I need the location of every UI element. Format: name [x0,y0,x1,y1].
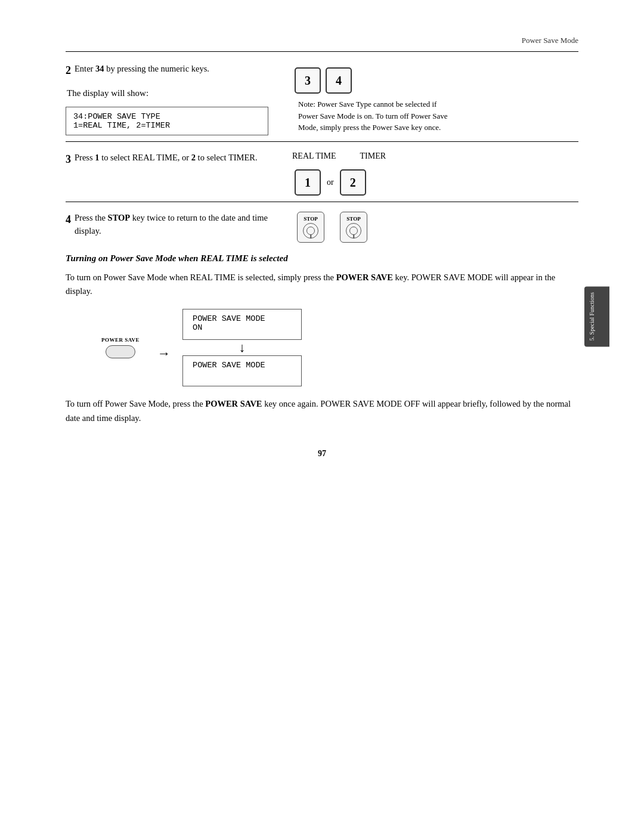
step4-instruction: Press the STOP key twice to return to th… [75,213,268,236]
power-save-key [106,345,135,358]
stop-icon-inner-2 [349,227,358,235]
step3-section: 3 Press 1 to select REAL TIME, or 2 to s… [66,151,578,196]
key-3-button: 3 [295,67,321,94]
turning-off-body: To turn off Power Save Mode, press the P… [66,397,578,425]
step2-number: 2 [66,63,71,79]
display-box-on: POWER SAVE MODE ON [182,309,302,340]
stop-circle-2 [346,223,361,239]
or-text: or [327,178,334,187]
display-boxes-stack: POWER SAVE MODE ON ↓ POWER SAVE MODE [182,309,302,386]
step2-text: 2 Enter 34 by pressing the numeric keys. [66,63,268,79]
step2-divider [66,141,578,142]
display-on-line1: POWER SAVE MODE [193,314,292,323]
step2-left: 2 Enter 34 by pressing the numeric keys.… [66,63,280,135]
step4-section: 4 Press the STOP key twice to return to … [66,212,578,243]
turning-on-title: Turning on Power Save Mode when REAL TIM… [66,253,578,264]
step3-number: 3 [66,151,71,168]
stop-key-1: STOP [297,212,324,243]
step4-left: 4 Press the STOP key twice to return to … [66,212,280,238]
top-divider [66,51,578,52]
timer-label: TIMER [360,151,386,161]
realtime-timer-labels: REAL TIME TIMER [292,151,386,161]
step4-number: 4 [66,212,71,228]
stop-icon-inner-1 [306,227,315,235]
page-number: 97 [66,449,578,459]
page-number-text: 97 [318,449,326,458]
step2-display-box: 34:POWER SAVE TYPE 1=REAL TIME, 2=TIMER [66,107,268,135]
display-will-show-text: The display will show: [67,88,148,98]
key-1-button: 1 [295,169,321,196]
step3-right: REAL TIME TIMER 1 or 2 [280,151,578,196]
page-header: Power Save Mode [66,36,578,45]
stop-key-2: STOP [340,212,367,243]
key-4-button: 4 [326,67,352,94]
display-box-mode: POWER SAVE MODE [182,355,302,386]
display-mode-line1: POWER SAVE MODE [193,361,292,370]
step3-keys-row: 1 or 2 [292,169,369,196]
stop-circle-1 [303,223,318,239]
body2-bold: POWER SAVE [205,399,262,408]
display-on-line2: ON [193,323,292,332]
step4-right: STOP STOP [280,212,578,243]
step2-section: 2 Enter 34 by pressing the numeric keys.… [66,63,578,135]
page-header-title: Power Save Mode [522,36,578,45]
body1-bold: POWER SAVE [336,272,393,282]
step3-left: 3 Press 1 to select REAL TIME, or 2 to s… [66,151,280,168]
step4-text: 4 Press the STOP key twice to return to … [66,212,268,238]
down-arrow-icon: ↓ [239,341,246,354]
step3-text: 3 Press 1 to select REAL TIME, or 2 to s… [66,151,268,168]
power-save-key-block: POWER SAVE [101,337,140,358]
right-arrow: → [157,346,171,361]
step3-instruction: Press 1 to select REAL TIME, or 2 to sel… [75,153,258,162]
sidebar-tab: 5. Special Functions [584,286,609,346]
step2-display-line1: 34:POWER SAVE TYPE [73,112,261,121]
power-save-key-label: POWER SAVE [101,337,140,343]
key-2-button: 2 [340,169,366,196]
turning-on-body1: To turn on Power Save Mode when REAL TIM… [66,271,578,298]
step2-display-label: The display will show: [67,88,268,98]
step2-note-row: Note: Power Save Type cannot be selected… [292,98,453,134]
sidebar-tab-text: 5. Special Functions [589,292,595,340]
step2-note: Note: Power Save Type cannot be selected… [298,98,453,134]
step2-keys-row: 3 4 [292,67,354,94]
power-save-diagram: POWER SAVE → POWER SAVE MODE ON ↓ POWER … [101,309,578,386]
body1-pre: To turn on Power Save Mode when REAL TIM… [66,272,336,282]
step2-instruction: Enter 34 by pressing the numeric keys. [75,64,209,73]
turning-on-title-text: Turning on Power Save Mode when REAL TIM… [66,253,288,263]
stop-label-2: STOP [346,216,360,222]
realtime-label: REAL TIME [292,151,336,161]
stop-label-1: STOP [304,216,317,222]
step2-right: 3 4 Note: Power Save Type cannot be sele… [280,63,578,134]
step2-display-line2: 1=REAL TIME, 2=TIMER [73,121,261,130]
step3-divider [66,202,578,202]
body2-pre: To turn off Power Save Mode, press the [66,399,205,408]
